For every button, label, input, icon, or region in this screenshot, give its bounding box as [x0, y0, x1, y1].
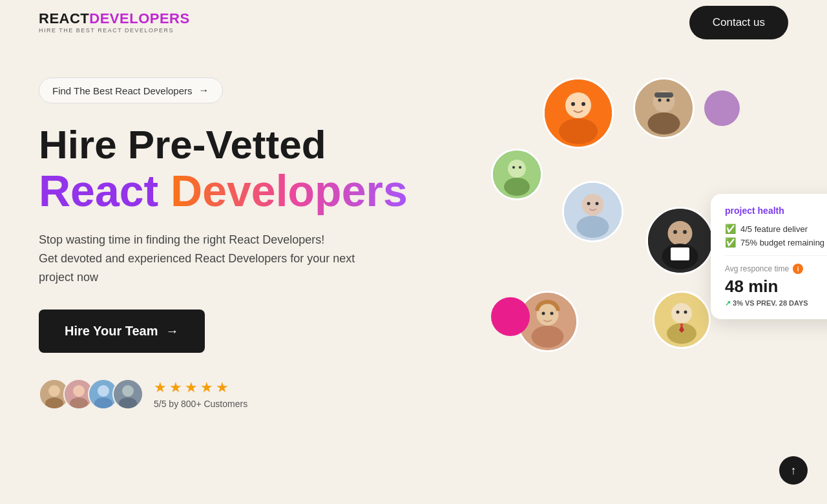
card-title: project health	[725, 205, 827, 216]
contact-button[interactable]: Contact us	[689, 6, 788, 39]
avg-response-label: Avg responce time i	[725, 264, 827, 274]
developer-avatar-7	[653, 291, 711, 349]
budget-item: ✅ 75% budget remaining	[725, 237, 827, 247]
logo-developers: DEVELOPERS	[89, 10, 189, 26]
feature-deliver-item: ✅ 4/5 feature deliver	[725, 224, 827, 234]
svg-point-25	[504, 178, 530, 196]
hero-left: Find The Best React Developers → Hire Pr…	[39, 58, 452, 504]
svg-point-20	[658, 99, 662, 102]
svg-point-30	[577, 216, 609, 238]
headline-react: React	[39, 166, 171, 215]
svg-point-21	[667, 99, 670, 102]
svg-point-4	[73, 385, 85, 397]
project-health-card: project health ✅ 4/5 feature deliver ✅ 7…	[711, 194, 827, 319]
budget-text: 75% budget remaining	[740, 238, 824, 247]
trend-value: 3% VS PREV. 28 DAYS	[733, 299, 808, 307]
headline: Hire Pre-Vetted React Developers	[39, 123, 452, 215]
svg-point-10	[122, 385, 134, 397]
svg-point-27	[519, 166, 521, 169]
svg-point-41	[532, 326, 564, 348]
svg-point-37	[683, 230, 687, 234]
developer-avatar-4	[562, 181, 623, 242]
developer-avatar-2	[633, 78, 695, 139]
ratings-section: ★ ★ ★ ★ ★ 5/5 by 800+ Customers	[39, 379, 452, 410]
star-3: ★	[185, 379, 198, 396]
logo-tagline: HIRE THE BEST REACT DEVELOPERS	[39, 27, 190, 34]
developer-avatar-1	[543, 78, 614, 149]
svg-point-42	[542, 312, 545, 315]
customer-avatars	[39, 379, 143, 410]
scroll-top-icon: ↑	[791, 464, 797, 478]
desc-line1: Stop wasting time in finding the right R…	[39, 233, 324, 246]
svg-point-15	[571, 102, 575, 106]
rating-text: 5/5 by 800+ Customers	[154, 399, 247, 409]
desc-line3: project now	[39, 271, 98, 284]
svg-rect-50	[680, 324, 683, 326]
star-5: ★	[216, 379, 229, 396]
svg-point-32	[596, 202, 599, 205]
headline-developers: Developers	[171, 166, 408, 215]
check-icon-1: ✅	[725, 224, 736, 234]
svg-point-1	[48, 385, 60, 397]
stars-container: ★ ★ ★ ★ ★ 5/5 by 800+ Customers	[154, 379, 247, 409]
svg-point-7	[98, 385, 109, 397]
star-4: ★	[200, 379, 213, 396]
svg-point-19	[648, 112, 680, 134]
info-icon: i	[793, 264, 803, 274]
star-rating: ★ ★ ★ ★ ★	[154, 379, 247, 396]
svg-point-26	[512, 166, 515, 169]
svg-point-29	[582, 194, 604, 216]
hire-btn-text: Hire Your Team	[65, 324, 158, 339]
star-2: ★	[169, 379, 182, 396]
find-badge-arrow: →	[199, 85, 209, 96]
blob-pink	[491, 297, 530, 336]
svg-rect-38	[671, 247, 689, 260]
svg-point-34	[668, 221, 693, 246]
logo: REACTDEVELOPERS HIRE THE BEST REACT DEVE…	[39, 12, 190, 34]
check-icon-2: ✅	[725, 237, 736, 247]
svg-point-31	[587, 202, 591, 205]
svg-point-36	[673, 230, 677, 234]
feature-deliver-text: 4/5 feature deliver	[740, 224, 808, 234]
developer-avatar-5	[646, 207, 714, 275]
developer-avatar-3	[491, 149, 543, 200]
hire-team-button[interactable]: Hire Your Team →	[39, 310, 205, 353]
blob-purple	[704, 90, 740, 126]
svg-point-16	[581, 102, 585, 106]
trend-icon: ↗	[725, 299, 731, 307]
svg-point-14	[559, 118, 598, 144]
avg-response-value: 48 min	[725, 277, 827, 297]
svg-point-13	[565, 92, 591, 118]
star-1: ★	[154, 379, 167, 396]
svg-point-48	[684, 311, 687, 314]
svg-point-43	[550, 312, 554, 315]
trend-text: ↗ 3% VS PREV. 28 DAYS	[725, 299, 827, 308]
svg-point-24	[508, 160, 526, 178]
hire-btn-arrow: →	[166, 324, 179, 339]
svg-point-47	[676, 311, 680, 314]
hero-right: project health ✅ 4/5 feature deliver ✅ 7…	[452, 58, 788, 446]
card-divider	[725, 255, 827, 256]
find-badge-text: Find The Best React Developers	[52, 85, 193, 96]
hero-description: Stop wasting time in finding the right R…	[39, 231, 388, 286]
scroll-top-button[interactable]: ↑	[779, 456, 808, 485]
find-badge[interactable]: Find The Best React Developers →	[39, 78, 223, 103]
logo-react: REACT	[39, 10, 89, 26]
desc-line2: Get devoted and experienced React Develo…	[39, 252, 355, 265]
svg-rect-22	[654, 92, 673, 98]
headline-line1: Hire Pre-Vetted	[39, 123, 452, 167]
avatar-4	[112, 379, 143, 410]
svg-point-45	[671, 303, 692, 324]
headline-line2: React Developers	[39, 167, 452, 215]
